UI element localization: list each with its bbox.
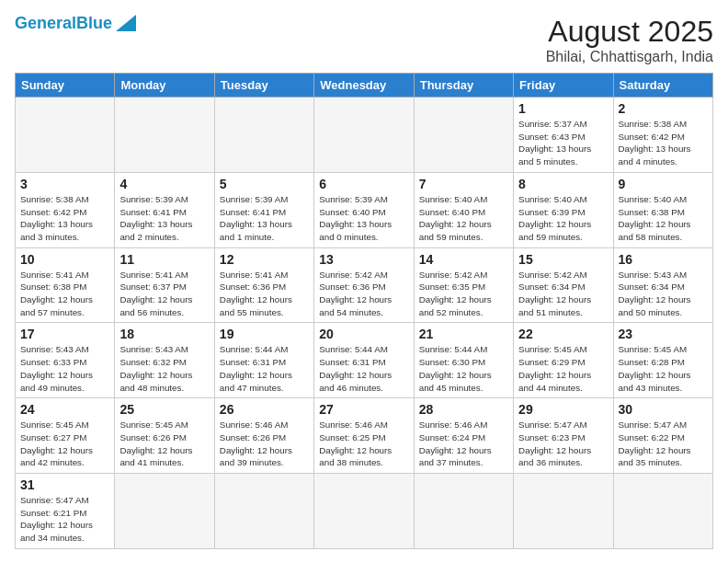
weekday-header-friday: Friday: [514, 74, 613, 98]
calendar-cell: [214, 98, 313, 173]
day-info: Sunrise: 5:46 AM Sunset: 6:25 PM Dayligh…: [319, 419, 408, 469]
day-info: Sunrise: 5:44 AM Sunset: 6:31 PM Dayligh…: [220, 343, 309, 394]
day-info: Sunrise: 5:43 AM Sunset: 6:32 PM Dayligh…: [119, 343, 209, 394]
calendar-title: August 2025: [546, 15, 713, 49]
weekday-header-tuesday: Tuesday: [214, 74, 313, 98]
calendar-cell: 15Sunrise: 5:42 AM Sunset: 6:34 PM Dayli…: [514, 247, 613, 323]
svg-marker-0: [116, 15, 136, 31]
day-number: 3: [20, 177, 109, 191]
day-number: 21: [419, 327, 508, 341]
title-block: August 2025 Bhilai, Chhattisgarh, India: [546, 15, 713, 65]
page-header: GeneralBlue August 2025 Bhilai, Chhattis…: [15, 15, 713, 65]
weekday-header-row: SundayMondayTuesdayWednesdayThursdayFrid…: [16, 74, 713, 98]
day-number: 15: [518, 252, 608, 267]
logo-general: General: [15, 14, 76, 32]
calendar-cell: 5Sunrise: 5:39 AM Sunset: 6:41 PM Daylig…: [214, 172, 313, 247]
day-info: Sunrise: 5:39 AM Sunset: 6:40 PM Dayligh…: [319, 193, 408, 244]
day-number: 2: [619, 101, 708, 116]
weekday-header-monday: Monday: [115, 74, 214, 98]
calendar-cell: 28Sunrise: 5:46 AM Sunset: 6:24 PM Dayli…: [414, 398, 513, 474]
day-number: 1: [518, 101, 608, 116]
day-info: Sunrise: 5:43 AM Sunset: 6:33 PM Dayligh…: [20, 343, 109, 394]
day-info: Sunrise: 5:41 AM Sunset: 6:36 PM Dayligh…: [220, 269, 309, 319]
calendar-cell: 24Sunrise: 5:45 AM Sunset: 6:27 PM Dayli…: [16, 398, 115, 474]
calendar-cell: 18Sunrise: 5:43 AM Sunset: 6:32 PM Dayli…: [115, 323, 214, 398]
calendar-cell: 30Sunrise: 5:47 AM Sunset: 6:22 PM Dayli…: [613, 398, 712, 474]
calendar-cell: 16Sunrise: 5:43 AM Sunset: 6:34 PM Dayli…: [613, 247, 712, 323]
day-info: Sunrise: 5:45 AM Sunset: 6:28 PM Dayligh…: [619, 343, 708, 394]
day-number: 9: [619, 177, 708, 191]
calendar-cell: 31Sunrise: 5:47 AM Sunset: 6:21 PM Dayli…: [16, 474, 115, 549]
day-info: Sunrise: 5:43 AM Sunset: 6:34 PM Dayligh…: [619, 269, 708, 319]
day-info: Sunrise: 5:40 AM Sunset: 6:38 PM Dayligh…: [619, 193, 708, 244]
calendar-cell: [16, 98, 115, 173]
day-info: Sunrise: 5:38 AM Sunset: 6:42 PM Dayligh…: [619, 118, 708, 168]
calendar-cell: 6Sunrise: 5:39 AM Sunset: 6:40 PM Daylig…: [314, 172, 414, 247]
calendar-cell: 12Sunrise: 5:41 AM Sunset: 6:36 PM Dayli…: [214, 247, 313, 323]
day-info: Sunrise: 5:42 AM Sunset: 6:34 PM Dayligh…: [518, 269, 608, 319]
day-info: Sunrise: 5:47 AM Sunset: 6:21 PM Dayligh…: [20, 494, 109, 545]
day-number: 24: [20, 402, 109, 417]
logo-text: GeneralBlue: [15, 15, 112, 33]
day-info: Sunrise: 5:44 AM Sunset: 6:30 PM Dayligh…: [419, 343, 508, 394]
day-number: 5: [220, 177, 309, 191]
day-info: Sunrise: 5:40 AM Sunset: 6:39 PM Dayligh…: [518, 193, 608, 244]
day-number: 14: [419, 252, 508, 267]
logo: GeneralBlue: [15, 15, 136, 33]
weekday-header-thursday: Thursday: [414, 74, 513, 98]
calendar-cell: 27Sunrise: 5:46 AM Sunset: 6:25 PM Dayli…: [314, 398, 414, 474]
weekday-header-saturday: Saturday: [613, 74, 712, 98]
day-info: Sunrise: 5:42 AM Sunset: 6:36 PM Dayligh…: [319, 269, 408, 319]
calendar-cell: 29Sunrise: 5:47 AM Sunset: 6:23 PM Dayli…: [514, 398, 613, 474]
day-info: Sunrise: 5:39 AM Sunset: 6:41 PM Dayligh…: [119, 193, 209, 244]
day-number: 12: [220, 252, 309, 267]
calendar-cell: 26Sunrise: 5:46 AM Sunset: 6:26 PM Dayli…: [214, 398, 313, 474]
calendar-cell: 9Sunrise: 5:40 AM Sunset: 6:38 PM Daylig…: [613, 172, 712, 247]
calendar-cell: 10Sunrise: 5:41 AM Sunset: 6:38 PM Dayli…: [16, 247, 115, 323]
calendar-cell: 1Sunrise: 5:37 AM Sunset: 6:43 PM Daylig…: [514, 98, 613, 173]
calendar-week-row: 10Sunrise: 5:41 AM Sunset: 6:38 PM Dayli…: [16, 247, 713, 323]
day-number: 6: [319, 177, 408, 191]
calendar-cell: [414, 98, 513, 173]
calendar-cell: 19Sunrise: 5:44 AM Sunset: 6:31 PM Dayli…: [214, 323, 313, 398]
weekday-header-wednesday: Wednesday: [314, 74, 414, 98]
day-info: Sunrise: 5:37 AM Sunset: 6:43 PM Dayligh…: [518, 118, 608, 168]
calendar-cell: [314, 98, 414, 173]
calendar-cell: 11Sunrise: 5:41 AM Sunset: 6:37 PM Dayli…: [115, 247, 214, 323]
day-info: Sunrise: 5:45 AM Sunset: 6:26 PM Dayligh…: [119, 419, 209, 469]
calendar-cell: 21Sunrise: 5:44 AM Sunset: 6:30 PM Dayli…: [414, 323, 513, 398]
calendar-cell: 23Sunrise: 5:45 AM Sunset: 6:28 PM Dayli…: [613, 323, 712, 398]
calendar-week-row: 1Sunrise: 5:37 AM Sunset: 6:43 PM Daylig…: [16, 98, 713, 173]
day-number: 26: [220, 402, 309, 417]
calendar-cell: 20Sunrise: 5:44 AM Sunset: 6:31 PM Dayli…: [314, 323, 414, 398]
day-info: Sunrise: 5:47 AM Sunset: 6:22 PM Dayligh…: [619, 419, 708, 469]
day-info: Sunrise: 5:46 AM Sunset: 6:26 PM Dayligh…: [220, 419, 309, 469]
calendar-cell: [514, 474, 613, 549]
calendar-cell: 2Sunrise: 5:38 AM Sunset: 6:42 PM Daylig…: [613, 98, 712, 173]
day-number: 25: [119, 402, 209, 417]
calendar-cell: 3Sunrise: 5:38 AM Sunset: 6:42 PM Daylig…: [16, 172, 115, 247]
day-info: Sunrise: 5:46 AM Sunset: 6:24 PM Dayligh…: [419, 419, 508, 469]
calendar-week-row: 17Sunrise: 5:43 AM Sunset: 6:33 PM Dayli…: [16, 323, 713, 398]
day-number: 27: [319, 402, 408, 417]
day-number: 28: [419, 402, 508, 417]
day-info: Sunrise: 5:44 AM Sunset: 6:31 PM Dayligh…: [319, 343, 408, 394]
calendar-cell: 13Sunrise: 5:42 AM Sunset: 6:36 PM Dayli…: [314, 247, 414, 323]
calendar-table: SundayMondayTuesdayWednesdayThursdayFrid…: [15, 73, 713, 549]
calendar-week-row: 24Sunrise: 5:45 AM Sunset: 6:27 PM Dayli…: [16, 398, 713, 474]
calendar-cell: 7Sunrise: 5:40 AM Sunset: 6:40 PM Daylig…: [414, 172, 513, 247]
logo-blue: Blue: [76, 14, 112, 32]
day-number: 10: [20, 252, 109, 267]
weekday-header-sunday: Sunday: [16, 74, 115, 98]
calendar-cell: [613, 474, 712, 549]
calendar-cell: 4Sunrise: 5:39 AM Sunset: 6:41 PM Daylig…: [115, 172, 214, 247]
day-info: Sunrise: 5:45 AM Sunset: 6:27 PM Dayligh…: [20, 419, 109, 469]
day-number: 23: [619, 327, 708, 341]
calendar-subtitle: Bhilai, Chhattisgarh, India: [546, 49, 713, 65]
day-number: 7: [419, 177, 508, 191]
day-info: Sunrise: 5:45 AM Sunset: 6:29 PM Dayligh…: [518, 343, 608, 394]
day-info: Sunrise: 5:38 AM Sunset: 6:42 PM Dayligh…: [20, 193, 109, 244]
day-number: 22: [518, 327, 608, 341]
calendar-week-row: 3Sunrise: 5:38 AM Sunset: 6:42 PM Daylig…: [16, 172, 713, 247]
calendar-cell: [314, 474, 414, 549]
